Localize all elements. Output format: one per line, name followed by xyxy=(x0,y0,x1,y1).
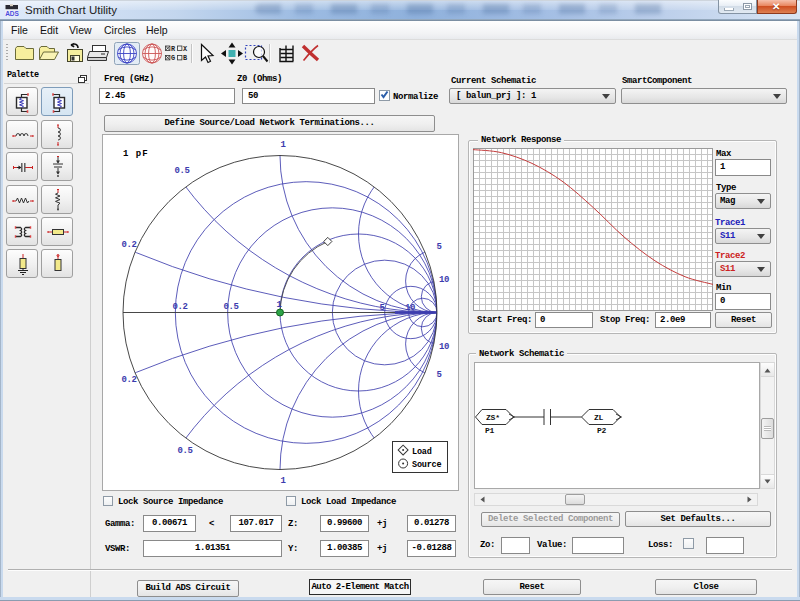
svg-text:10: 10 xyxy=(439,275,449,285)
svg-text:1 pF: 1 pF xyxy=(123,149,149,159)
svg-text:B: B xyxy=(183,54,187,62)
svg-text:Load: Load xyxy=(412,447,432,457)
svg-text:G: G xyxy=(171,54,175,62)
svg-text:1: 1 xyxy=(280,476,286,486)
svg-text:ADS: ADS xyxy=(5,10,19,17)
svg-text:ZS*: ZS* xyxy=(486,413,500,422)
svg-text:0.5: 0.5 xyxy=(177,446,192,456)
svg-text:5: 5 xyxy=(379,303,384,313)
svg-text:0.5: 0.5 xyxy=(223,302,238,312)
svg-text:ZL: ZL xyxy=(594,413,604,422)
svg-text:10: 10 xyxy=(405,303,415,313)
svg-text:1: 1 xyxy=(276,300,282,310)
svg-text:Source: Source xyxy=(412,460,442,470)
svg-text:P1: P1 xyxy=(485,426,495,435)
svg-text:X: X xyxy=(183,45,188,53)
svg-text:5: 5 xyxy=(436,242,441,252)
svg-text:0.2: 0.2 xyxy=(121,240,136,250)
svg-text:10: 10 xyxy=(439,342,449,352)
svg-text:P2: P2 xyxy=(597,426,607,435)
svg-text:0.2: 0.2 xyxy=(121,375,136,385)
svg-text:0.2: 0.2 xyxy=(172,302,187,312)
svg-text:1: 1 xyxy=(280,140,286,150)
svg-text:R: R xyxy=(171,45,176,53)
svg-text:5: 5 xyxy=(436,370,441,380)
svg-text:0.5: 0.5 xyxy=(174,166,189,176)
